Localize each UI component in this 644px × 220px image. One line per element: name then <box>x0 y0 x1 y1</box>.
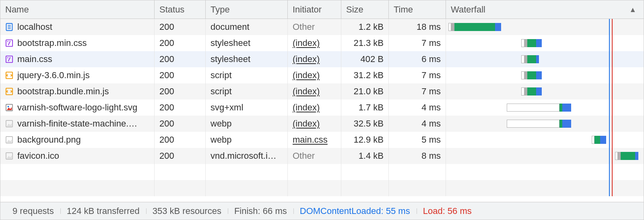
dcl-marker <box>609 35 610 51</box>
footer-requests: 9 requests <box>6 206 60 216</box>
col-header-type[interactable]: Type <box>206 0 288 19</box>
network-panel: Name Status Type Initiator Size Time Wat… <box>0 0 644 220</box>
cell-type: vnd.microsoft.i… <box>206 148 288 164</box>
cell-time: 7 ms <box>389 83 446 100</box>
initiator-link[interactable]: (index) <box>293 54 320 64</box>
cell-name[interactable]: background.png <box>0 132 155 148</box>
request-name: varnish-software-logo-light.svg <box>17 102 137 113</box>
request-name: varnish-finite-state-machine.… <box>17 118 137 129</box>
table-row[interactable]: jquery-3.6.0.min.js200script(index)31.2 … <box>0 67 644 83</box>
initiator-link[interactable]: (index) <box>293 38 320 48</box>
initiator-text: Other <box>293 151 315 161</box>
table-row[interactable]: varnish-software-logo-light.svg200svg+xm… <box>0 100 644 116</box>
cell-type: webp <box>206 132 288 148</box>
initiator-link[interactable]: (index) <box>293 70 320 81</box>
waterfall-bar[interactable] <box>507 104 571 112</box>
cell-initiator: (index) <box>288 51 341 67</box>
cell-name[interactable]: jquery-3.6.0.min.js <box>0 67 155 83</box>
cell-name[interactable]: bootstrap.min.css <box>0 35 155 51</box>
cell-time: 8 ms <box>389 148 446 164</box>
waterfall-bar[interactable] <box>521 87 542 95</box>
load-marker <box>612 51 613 67</box>
load-marker <box>612 67 613 83</box>
request-name: localhost <box>17 22 52 32</box>
cell-size: 402 B <box>341 51 389 67</box>
cell-status: 200 <box>155 19 206 35</box>
waterfall-bar[interactable] <box>521 55 539 63</box>
cell-size: 31.2 kB <box>341 67 389 83</box>
cell-name[interactable]: varnish-software-logo-light.svg <box>0 100 155 116</box>
waterfall-bar[interactable] <box>521 71 542 79</box>
cell-waterfall <box>446 51 644 67</box>
table-body: localhost200documentOther1.2 kB18 msboot… <box>0 19 644 202</box>
cell-initiator: main.css <box>288 132 341 148</box>
cell-name[interactable]: varnish-finite-state-machine.… <box>0 116 155 132</box>
stylesheet-icon <box>5 39 13 47</box>
cell-time: 18 ms <box>389 19 446 35</box>
load-marker <box>612 83 613 100</box>
table-row[interactable]: localhost200documentOther1.2 kB18 ms <box>0 19 644 35</box>
cell-type: stylesheet <box>206 51 288 67</box>
cell-initiator: (index) <box>288 100 341 116</box>
waterfall-bar[interactable] <box>615 152 638 160</box>
cell-name[interactable]: main.css <box>0 51 155 67</box>
table-row[interactable]: varnish-finite-state-machine.…200webp(in… <box>0 116 644 132</box>
cell-waterfall <box>446 83 644 100</box>
table-row[interactable]: bootstrap.min.css200stylesheet(index)21.… <box>0 35 644 51</box>
table-row[interactable]: bootstrap.bundle.min.js200script(index)2… <box>0 83 644 100</box>
document-icon <box>5 23 13 31</box>
load-marker <box>612 100 613 116</box>
col-header-waterfall[interactable]: Waterfall ▲ <box>446 0 644 19</box>
table-row[interactable]: background.png200webpmain.css12.9 kB5 ms <box>0 132 644 148</box>
waterfall-bar[interactable] <box>592 136 606 144</box>
cell-status: 200 <box>155 35 206 51</box>
request-name: bootstrap.min.css <box>17 38 87 48</box>
cell-size: 1.4 kB <box>341 148 389 164</box>
load-marker <box>612 116 613 132</box>
col-header-status[interactable]: Status <box>155 0 206 19</box>
dcl-marker <box>609 19 610 35</box>
request-name: bootstrap.bundle.min.js <box>17 86 109 97</box>
cell-initiator: (index) <box>288 83 341 100</box>
dcl-marker <box>609 100 610 116</box>
script-icon <box>5 71 13 79</box>
request-name: favicon.ico <box>17 151 59 161</box>
cell-time: 4 ms <box>389 100 446 116</box>
col-header-name[interactable]: Name <box>0 0 155 19</box>
waterfall-bar[interactable] <box>448 23 501 31</box>
table-row[interactable]: main.css200stylesheet(index)402 B6 ms <box>0 51 644 67</box>
cell-type: script <box>206 67 288 83</box>
cell-waterfall <box>446 116 644 132</box>
cell-waterfall <box>446 132 644 148</box>
cell-size: 1.7 kB <box>341 100 389 116</box>
cell-name[interactable]: bootstrap.bundle.min.js <box>0 83 155 100</box>
cell-name[interactable]: localhost <box>0 19 155 35</box>
cell-initiator: (index) <box>288 67 341 83</box>
footer-domcontentloaded: DOMContentLoaded: 55 ms <box>293 206 417 216</box>
cell-waterfall <box>446 100 644 116</box>
waterfall-bar[interactable] <box>507 120 571 128</box>
initiator-link[interactable]: (index) <box>293 102 320 113</box>
waterfall-bar[interactable] <box>521 39 542 47</box>
footer-load: Load: 56 ms <box>417 206 478 216</box>
col-header-initiator[interactable]: Initiator <box>288 0 341 19</box>
table-row[interactable]: favicon.ico200vnd.microsoft.i…Other1.4 k… <box>0 148 644 164</box>
col-header-size[interactable]: Size <box>341 0 389 19</box>
footer-transferred: 124 kB transferred <box>60 206 146 216</box>
cell-name[interactable]: favicon.ico <box>0 148 155 164</box>
script-icon <box>5 87 13 95</box>
dcl-marker <box>609 51 610 67</box>
cell-type: webp <box>206 116 288 132</box>
image-gray-icon <box>5 152 13 160</box>
initiator-link[interactable]: (index) <box>293 118 320 129</box>
cell-waterfall <box>446 67 644 83</box>
initiator-link[interactable]: main.css <box>293 135 328 145</box>
cell-time: 6 ms <box>389 51 446 67</box>
col-header-time[interactable]: Time <box>389 0 446 19</box>
cell-status: 200 <box>155 83 206 100</box>
initiator-link[interactable]: (index) <box>293 86 320 97</box>
table-header: Name Status Type Initiator Size Time Wat… <box>0 0 644 19</box>
cell-time: 5 ms <box>389 132 446 148</box>
load-marker <box>612 132 613 148</box>
cell-type: stylesheet <box>206 35 288 51</box>
